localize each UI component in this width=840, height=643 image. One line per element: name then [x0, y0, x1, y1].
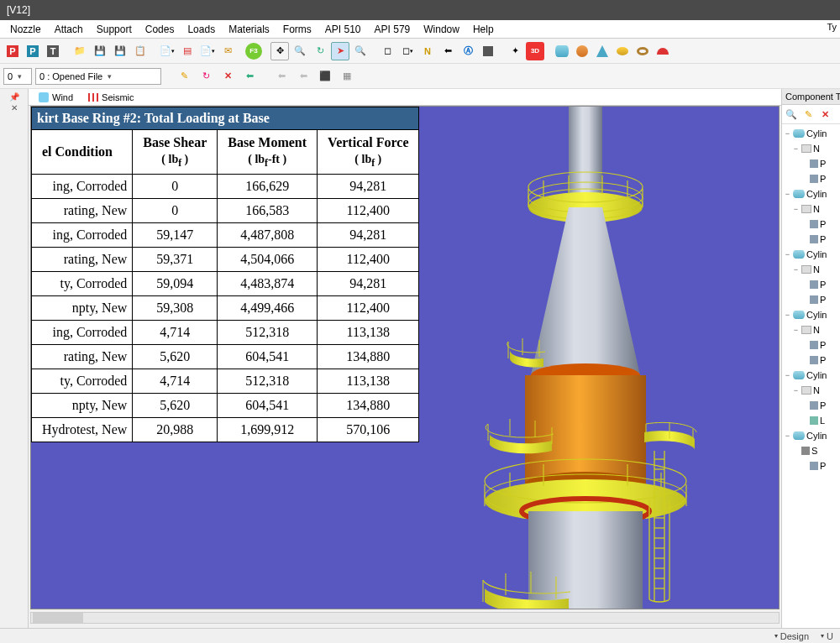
tree-node[interactable]: P: [784, 458, 840, 473]
tree-twisty-icon[interactable]: −: [784, 250, 791, 259]
tree-node[interactable]: L: [784, 413, 840, 428]
scroll-thumb[interactable]: [33, 613, 83, 623]
tab-wind[interactable]: Wind: [35, 92, 76, 102]
elbow-button[interactable]: [573, 42, 591, 60]
tree-node[interactable]: − N: [784, 201, 840, 217]
fit-button[interactable]: 🔍: [351, 42, 370, 60]
clipboard-button[interactable]: 📋: [131, 42, 150, 60]
tree-twisty-icon[interactable]: −: [792, 386, 800, 395]
menu-window[interactable]: Window: [417, 22, 466, 37]
tree-node[interactable]: P: [784, 277, 840, 292]
tree-node[interactable]: − Cylin: [784, 307, 840, 322]
rotate-button[interactable]: ↻: [311, 42, 329, 60]
left-docked-panel[interactable]: 📌 ✕: [0, 89, 29, 643]
search-button[interactable]: 🔍: [784, 107, 799, 122]
save-multi-button[interactable]: 💾: [111, 42, 129, 60]
menu-help[interactable]: Help: [466, 22, 501, 37]
menu-api-579[interactable]: API 579: [368, 22, 417, 37]
scroll-track[interactable]: [30, 612, 780, 624]
flange-button[interactable]: [613, 42, 632, 60]
alpha-button[interactable]: Ⓐ: [459, 42, 477, 60]
status-units[interactable]: ▾ U: [821, 631, 833, 641]
tree-node[interactable]: − N: [784, 383, 840, 398]
tree-twisty-icon[interactable]: −: [784, 190, 791, 198]
menu-forms[interactable]: Forms: [276, 22, 318, 37]
pdf-button[interactable]: ▤: [178, 42, 197, 60]
tree-twisty-icon[interactable]: −: [792, 326, 800, 334]
tree-node[interactable]: P: [784, 156, 840, 171]
delete-button[interactable]: ✕: [817, 107, 832, 122]
menu-loads[interactable]: Loads: [181, 22, 222, 37]
toolbar-p1-button[interactable]: P: [3, 42, 22, 60]
menu-materials[interactable]: Materials: [222, 22, 276, 37]
3d-viewport[interactable]: kirt Base Ring #2: Total Loading at Base…: [30, 106, 780, 609]
tree-node[interactable]: P: [784, 292, 840, 307]
cube-button[interactable]: ◻: [378, 42, 396, 60]
tree-node[interactable]: − N: [784, 262, 840, 277]
menu-support[interactable]: Support: [90, 22, 139, 37]
vessel-3d-model[interactable]: [459, 107, 711, 609]
tree-node[interactable]: − N: [784, 322, 840, 337]
tree-node[interactable]: − Cylin: [784, 126, 840, 141]
tree-node[interactable]: − Cylin: [784, 186, 840, 201]
mail-button[interactable]: ✉: [218, 42, 237, 60]
3d-button[interactable]: 3D: [526, 42, 544, 60]
tree-node[interactable]: S: [784, 443, 840, 458]
exit-button[interactable]: ⬅: [240, 67, 259, 86]
tree-node[interactable]: P: [784, 232, 840, 247]
cyl-button[interactable]: [553, 42, 571, 60]
nav-prev-button[interactable]: ⬅: [294, 67, 312, 86]
menu-attach[interactable]: Attach: [48, 22, 90, 37]
menu-nozzle[interactable]: Nozzle: [3, 22, 48, 37]
tab-seismic[interactable]: Seismic: [85, 92, 138, 102]
axes-button[interactable]: ✦: [506, 42, 524, 60]
tree-twisty-icon[interactable]: −: [784, 311, 791, 319]
tree-node[interactable]: − Cylin: [784, 247, 840, 262]
pin-icon[interactable]: 📌: [2, 92, 26, 102]
file-name-combo[interactable]: 0 : Opened File ▾: [35, 68, 161, 85]
menu-bar[interactable]: NozzleAttachSupportCodesLoadsMaterialsFo…: [0, 20, 840, 39]
tree-node[interactable]: − Cylin: [784, 368, 840, 383]
tree-twisty-icon[interactable]: −: [784, 431, 791, 440]
toolbar-p2-button[interactable]: P: [24, 42, 42, 60]
nav-home-button[interactable]: ⬛: [316, 67, 334, 86]
tree-twisty-icon[interactable]: −: [792, 265, 800, 274]
ring-button[interactable]: [633, 42, 652, 60]
open-button[interactable]: 📁: [71, 42, 89, 60]
tree-node[interactable]: P: [784, 337, 840, 353]
nav-back-button[interactable]: ⬅: [438, 42, 457, 60]
north-button[interactable]: N: [418, 42, 437, 60]
save-button[interactable]: 💾: [91, 42, 109, 60]
refresh-button[interactable]: ↻: [197, 67, 215, 86]
zoom-button[interactable]: 🔍: [291, 42, 309, 60]
head-button[interactable]: [654, 42, 672, 60]
tree-node[interactable]: P: [784, 398, 840, 413]
tree-node[interactable]: P: [784, 353, 840, 368]
edit-pencil-button[interactable]: ✎: [175, 67, 193, 86]
calc-button[interactable]: ▦: [338, 67, 356, 86]
tree-node[interactable]: − Cylin: [784, 428, 840, 443]
page2-dd-button[interactable]: 📄▾: [198, 42, 217, 60]
tree-node[interactable]: − N: [784, 141, 840, 156]
toolbar-t-button[interactable]: T: [44, 42, 62, 60]
cone-button[interactable]: [593, 42, 612, 60]
f3-button[interactable]: F3: [245, 43, 262, 60]
pan-button[interactable]: ✥: [270, 42, 289, 60]
delete-x-button[interactable]: ✕: [218, 67, 237, 86]
select-button[interactable]: ➤: [331, 42, 349, 60]
edit-button[interactable]: ✎: [801, 107, 816, 122]
cube-dd-button[interactable]: ◻▾: [398, 42, 417, 60]
component-tree[interactable]: − Cylin− N P P− Cylin− N P P− Cylin− N P…: [782, 124, 840, 643]
status-design[interactable]: ▾ Design: [774, 631, 809, 641]
solid-button[interactable]: [479, 42, 497, 60]
nav-first-button[interactable]: ⬅: [272, 67, 291, 86]
menu-codes[interactable]: Codes: [139, 22, 181, 37]
tree-node[interactable]: P: [784, 217, 840, 232]
menu-api-510[interactable]: API 510: [318, 22, 368, 37]
tree-node[interactable]: P: [784, 171, 840, 186]
tree-twisty-icon[interactable]: −: [792, 205, 800, 213]
horizontal-scrollbar[interactable]: [30, 611, 780, 625]
close-icon[interactable]: ✕: [2, 103, 26, 112]
tree-twisty-icon[interactable]: −: [784, 129, 791, 138]
tree-twisty-icon[interactable]: −: [784, 371, 791, 379]
